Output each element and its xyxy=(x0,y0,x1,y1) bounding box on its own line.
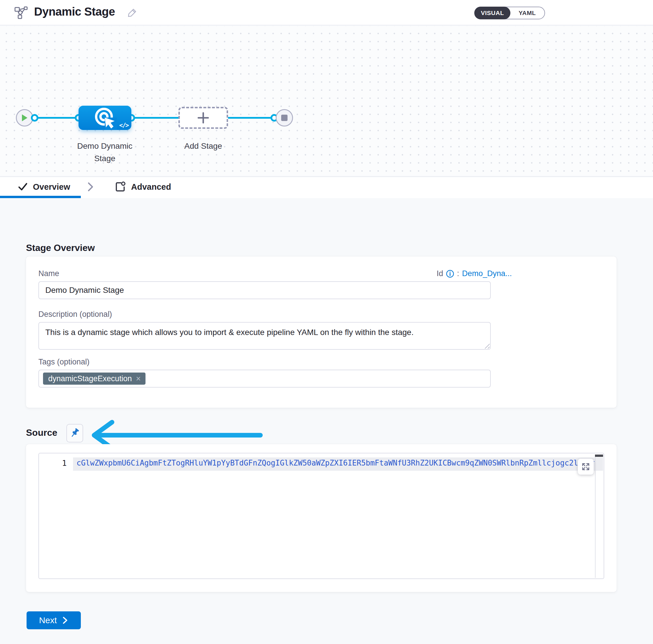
edge-start-to-stage xyxy=(34,117,78,119)
source-code-editor[interactable]: 1 cGlwZWxpbmU6CiAgbmFtZTogRHluYW1pYyBTdG… xyxy=(39,453,604,579)
source-card: 1 cGlwZWxpbmU6CiAgbmFtZTogRHluYW1pYyBTdG… xyxy=(26,444,616,592)
stage-id-value[interactable]: Demo_Dyna... xyxy=(462,269,512,278)
active-tab-underline xyxy=(0,196,81,198)
tab-overview-label: Overview xyxy=(33,182,70,192)
stage-config-page: Dynamic Stage VISUAL YAML xyxy=(0,0,653,644)
line-number: 1 xyxy=(39,459,67,468)
edit-pencil-icon[interactable] xyxy=(127,7,138,19)
id-label: Id xyxy=(436,269,443,278)
name-input[interactable] xyxy=(39,281,491,299)
id-separator: : xyxy=(457,269,459,278)
check-icon xyxy=(18,182,28,191)
tab-advanced-label: Advanced xyxy=(131,182,171,192)
toggle-visual[interactable]: VISUAL xyxy=(474,7,510,19)
pipeline-icon xyxy=(15,6,28,20)
edge-add-to-end xyxy=(228,117,274,119)
chevron-right-icon xyxy=(62,616,68,624)
expand-icon xyxy=(581,462,590,471)
stage-overview-card: Name Id : Demo_Dyna... Description (opti… xyxy=(26,257,616,408)
page-title: Dynamic Stage xyxy=(34,5,115,18)
chevron-right-icon xyxy=(87,181,94,193)
tab-overview[interactable]: Overview xyxy=(18,177,70,196)
header-bar: Dynamic Stage VISUAL YAML xyxy=(0,0,653,25)
editor-vertical-scrollbar[interactable] xyxy=(595,457,596,578)
code-line-text[interactable]: cGlwZWxpbmU6CiAgbmFtZTogRHluYW1pYyBTdGFn… xyxy=(76,459,595,467)
editor-horizontal-scrollbar-thumb[interactable] xyxy=(595,455,603,457)
stage-node-demo-dynamic-stage[interactable]: </> xyxy=(78,106,131,130)
toggle-yaml[interactable]: YAML xyxy=(510,7,545,19)
tag-remove-icon[interactable]: × xyxy=(136,375,141,383)
description-label: Description (optional) xyxy=(39,310,112,319)
next-button[interactable]: Next xyxy=(27,611,81,629)
advanced-settings-icon xyxy=(115,181,126,192)
stop-icon xyxy=(281,114,288,121)
stage-id-row: Id : Demo_Dyna... xyxy=(436,269,512,278)
tags-label: Tags (optional) xyxy=(39,358,90,366)
pipeline-start-node[interactable] xyxy=(16,109,33,126)
dynamic-stage-click-icon xyxy=(93,106,117,130)
port-after-start xyxy=(31,114,39,122)
expand-editor-button[interactable] xyxy=(578,459,594,475)
pipeline-end-node[interactable] xyxy=(276,109,293,126)
tag-chip: dynamicStageExecution × xyxy=(43,373,145,385)
plus-icon xyxy=(197,111,210,124)
info-icon[interactable] xyxy=(446,270,454,278)
stage-tabbar: Overview Advanced xyxy=(0,177,653,198)
next-button-label: Next xyxy=(39,615,57,625)
description-textarea[interactable]: This is a dynamic stage which allows you… xyxy=(39,322,491,350)
stage-overview-heading: Stage Overview xyxy=(26,243,95,253)
stage-node-label: Demo Dynamic Stage xyxy=(70,140,140,165)
name-label: Name xyxy=(39,269,59,278)
pushpin-icon xyxy=(69,427,80,439)
code-badge: </> xyxy=(119,122,128,129)
add-stage-button[interactable] xyxy=(178,107,228,129)
tag-chip-label: dynamicStageExecution xyxy=(48,374,132,383)
edge-stage-to-add xyxy=(131,117,178,119)
add-stage-label: Add Stage xyxy=(174,140,232,152)
visual-yaml-toggle: VISUAL YAML xyxy=(474,7,545,19)
tags-input[interactable]: dynamicStageExecution × xyxy=(39,369,491,387)
pin-button[interactable] xyxy=(66,424,83,443)
pipeline-canvas[interactable]: </> Demo Dynamic Stage Add Stage xyxy=(0,26,653,177)
tab-advanced[interactable]: Advanced xyxy=(115,177,171,196)
source-heading: Source xyxy=(26,427,57,438)
play-icon xyxy=(21,114,28,122)
